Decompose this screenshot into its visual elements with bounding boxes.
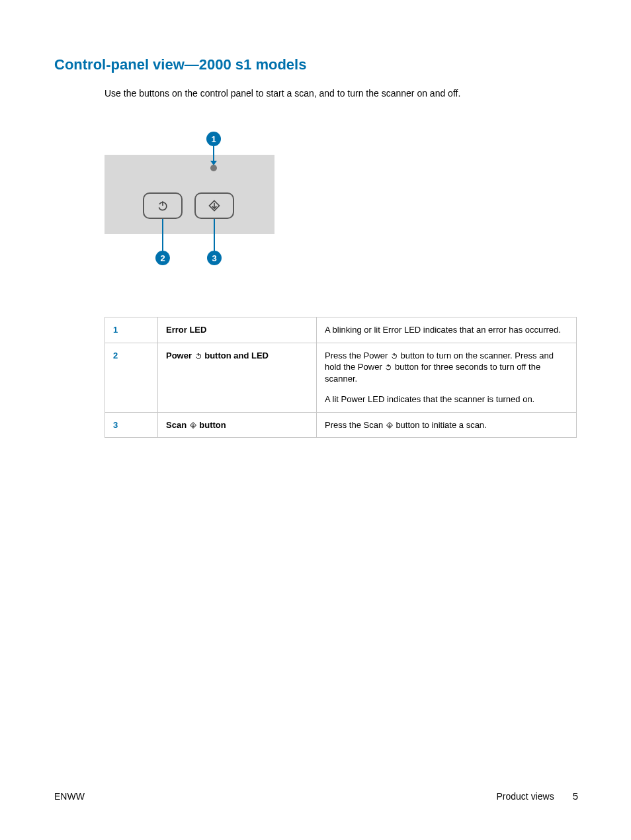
row-description: Press the Scan button to initiate a scan… [317, 412, 577, 438]
text: A lit Power LED indicates that the scann… [325, 394, 568, 405]
row-description: Press the Power button to turn on the sc… [317, 343, 577, 412]
callout-line-3 [214, 219, 215, 251]
text: Press the Power [325, 351, 390, 360]
control-panel-diagram: 1 2 3 [105, 132, 578, 271]
footer-section: Product views [497, 791, 554, 802]
text: Power [166, 351, 194, 360]
row-number: 1 [105, 317, 158, 343]
table-row: 1 Error LED A blinking or lit Error LED … [105, 317, 577, 343]
text: Scan [166, 420, 189, 430]
row-description: A blinking or lit Error LED indicates th… [317, 317, 577, 343]
intro-paragraph: Use the buttons on the control panel to … [105, 88, 578, 99]
row-number: 2 [105, 343, 158, 412]
page-number: 5 [573, 790, 578, 802]
text: button [197, 420, 226, 430]
callout-line-1 [213, 146, 214, 162]
panel-background [105, 155, 274, 234]
table-row: 3 Scan button Press the Scan button to i… [105, 412, 577, 438]
power-icon [194, 352, 202, 360]
text: button to initiate a scan. [394, 420, 487, 430]
row-name: Error LED [158, 317, 317, 343]
row-name: Power button and LED [158, 343, 317, 412]
error-led-dot [210, 165, 217, 171]
scan-icon [386, 421, 394, 429]
footer-left: ENWW [54, 791, 85, 802]
callout-line-2 [162, 219, 163, 251]
callout-badge-2: 2 [155, 251, 170, 265]
scan-icon [189, 421, 197, 429]
power-button [143, 192, 183, 219]
callout-badge-1: 1 [206, 132, 221, 146]
text: Press the Scan [325, 420, 386, 430]
power-icon [384, 363, 392, 371]
text: button and LED [202, 351, 269, 360]
callout-table: 1 Error LED A blinking or lit Error LED … [105, 317, 577, 438]
row-number: 3 [105, 412, 158, 438]
scan-icon [208, 199, 221, 212]
section-heading: Control-panel view—2000 s1 models [54, 56, 578, 73]
table-row: 2 Power button and LED Press the Power b… [105, 343, 577, 412]
scan-button [194, 192, 234, 219]
row-name: Scan button [158, 412, 317, 438]
callout-arrow-1 [210, 161, 217, 165]
callout-badge-3: 3 [207, 251, 222, 265]
power-icon [390, 352, 398, 360]
power-icon [156, 199, 169, 212]
page-footer: ENWW Product views 5 [54, 790, 578, 802]
